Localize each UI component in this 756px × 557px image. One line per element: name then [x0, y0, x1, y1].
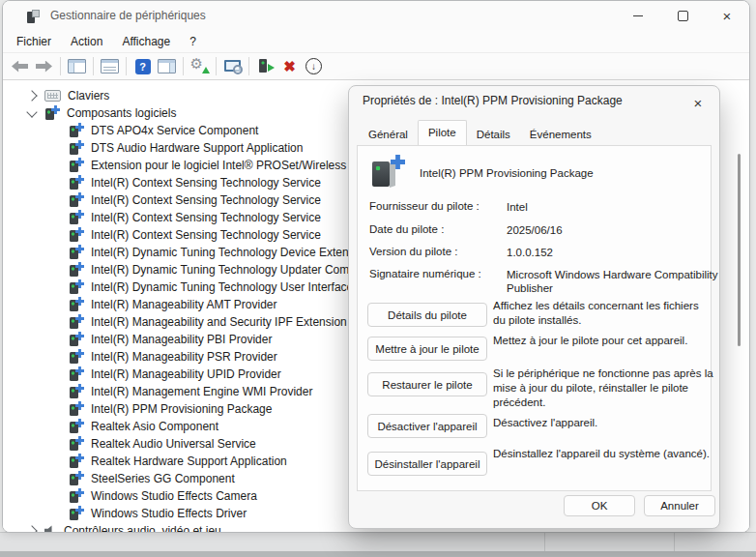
tree-item-label: Intel(R) Manageability UPID Provider	[91, 367, 281, 381]
chevron-down-icon[interactable]	[26, 106, 37, 117]
chevron-right-icon[interactable]	[26, 90, 37, 101]
field-label: Date du pilote :	[369, 223, 493, 235]
component-icon	[69, 227, 84, 243]
tree-item-label: Extension pour le logiciel Intel® PROSet…	[91, 159, 346, 172]
window-maximize-button[interactable]	[660, 1, 705, 30]
component-icon	[69, 454, 84, 469]
device-manager-app-icon	[26, 9, 41, 23]
toolbar-separator	[183, 57, 184, 75]
keyboard-icon	[44, 90, 61, 102]
component-icon	[44, 105, 60, 121]
scan-hardware-changes-icon[interactable]	[220, 55, 245, 78]
component-icon	[69, 332, 84, 347]
component-icon	[69, 366, 84, 382]
show-console-tree-icon[interactable]	[65, 55, 89, 78]
action-description: Désactivez l'appareil.	[493, 416, 713, 430]
restaurer-le-pilote-button[interactable]: Restaurer le pilote	[367, 372, 487, 396]
help-icon[interactable]: ?	[131, 55, 155, 78]
tree-item-label: Intel(R) Manageability PBI Provider	[91, 333, 272, 346]
window-minimize-button[interactable]	[616, 1, 660, 30]
component-icon	[69, 384, 84, 399]
action-description: Désinstallez l'appareil du système (avan…	[493, 447, 713, 461]
strip-divider	[674, 533, 675, 552]
audio-icon	[44, 525, 57, 532]
tree-item-label: Realtek Audio Universal Service	[91, 437, 256, 451]
tree-item-label: SteelSeries GG Component	[91, 472, 235, 485]
uninstall-device-icon[interactable]: ✖	[277, 55, 302, 78]
tree-item-label: Realtek Hardware Support Application	[91, 454, 287, 468]
field-value: Intel	[507, 200, 725, 214]
tab-evenements[interactable]: Événements	[520, 125, 601, 145]
component-icon	[69, 506, 84, 521]
component-icon	[69, 140, 84, 156]
menu-fichier[interactable]: Fichier	[7, 35, 61, 48]
title-bar: Gestionnaire de périphériques ×	[3, 1, 749, 30]
action-description: Si le périphérique ne fonctionne pas apr…	[493, 366, 713, 410]
component-icon	[69, 436, 84, 452]
device-driver-icon[interactable]	[253, 55, 277, 78]
field-value: Microsoft Windows Hardware Compatibility…	[507, 268, 725, 295]
disable-device-icon[interactable]: ↓	[302, 55, 326, 78]
tree-item-label: Intel(R) Dynamic Tuning Technology Devic…	[91, 246, 363, 259]
background-bottom-strip	[0, 551, 756, 557]
update-driver-icon[interactable]	[188, 55, 212, 78]
back-icon[interactable]	[8, 55, 32, 78]
driver-tab-page: Intel(R) PPM Provisioning Package Fourni…	[357, 145, 712, 491]
tree-item-label: Composants logiciels	[67, 106, 176, 120]
tree-item-label: Claviers	[68, 89, 109, 103]
dialog-close-button[interactable]: ×	[683, 91, 712, 114]
desactiver-l-appareil-button[interactable]: Désactiver l'appareil	[367, 414, 487, 438]
toolbar-separator	[93, 57, 94, 75]
tree-item-label: Intel(R) PPM Provisioning Package	[91, 402, 272, 416]
tab-general[interactable]: Général	[359, 125, 418, 145]
properties-dialog: Propriétés de : Intel(R) PPM Provisionin…	[348, 85, 720, 529]
component-icon	[69, 314, 84, 330]
driver-field-row: Signataire numérique :Microsoft Windows …	[369, 268, 703, 279]
window-title: Gestionnaire de périphériques	[50, 9, 206, 22]
tree-item-label: Windows Studio Effects Driver	[91, 507, 247, 520]
tree-item-label: Intel(R) Context Sensing Technology Serv…	[91, 228, 321, 242]
minimize-icon	[633, 15, 643, 16]
details-du-pilote-button[interactable]: Détails du pilote	[367, 303, 487, 327]
tab-pilote[interactable]: Pilote	[418, 120, 467, 145]
window-close-button[interactable]: ×	[705, 1, 749, 30]
forward-icon[interactable]	[32, 55, 56, 78]
action-description: Mettez à jour le pilote pour cet apparei…	[493, 334, 713, 348]
toolbar-separator	[248, 57, 249, 75]
device-name: Intel(R) PPM Provisioning Package	[420, 167, 594, 179]
desinstaller-l-appareil-button[interactable]: Désinstaller l'appareil	[367, 452, 487, 476]
field-label: Version du pilote :	[369, 246, 493, 257]
properties-icon[interactable]	[98, 55, 122, 78]
tree-item-label: Intel(R) Dynamic Tuning Technology Updat…	[91, 263, 363, 277]
component-icon	[69, 175, 84, 191]
tab-details[interactable]: Détails	[467, 125, 520, 145]
close-icon: ×	[723, 9, 732, 23]
field-label: Signataire numérique :	[369, 268, 493, 279]
component-icon	[69, 471, 84, 486]
menu-help[interactable]: ?	[180, 35, 206, 48]
mettre-a-jour-le-pilote-button[interactable]: Mettre à jour le pilote	[367, 337, 487, 361]
toolbar: ?✖↓	[3, 53, 749, 80]
cancel-button[interactable]: Annuler	[644, 495, 715, 516]
component-icon	[69, 279, 84, 295]
driver-field-row: Fournisseur du pilote :Intel	[369, 200, 703, 212]
ok-button[interactable]: OK	[564, 495, 635, 516]
strip-divider	[544, 533, 545, 552]
menu-affichage[interactable]: Affichage	[112, 35, 180, 48]
tree-item-label: Windows Studio Effects Camera	[91, 489, 257, 503]
menu-action[interactable]: Action	[61, 35, 112, 48]
component-icon	[69, 123, 84, 138]
component-icon	[69, 297, 84, 312]
chevron-right-icon[interactable]	[26, 525, 37, 532]
vertical-scrollbar[interactable]	[738, 154, 741, 346]
background-window-strip	[0, 532, 756, 552]
driver-field-row: Version du pilote :1.0.0.152	[369, 246, 703, 257]
driver-field-row: Date du pilote :2025/06/16	[369, 223, 703, 235]
window-controls: ×	[616, 1, 749, 30]
dialog-tabs: GénéralPiloteDétailsÉvénements	[359, 121, 601, 145]
action-pane-icon[interactable]	[155, 55, 179, 78]
toolbar-separator	[126, 57, 127, 75]
maximize-icon	[678, 11, 688, 21]
component-icon	[69, 192, 84, 208]
tree-item-label: DTS APO4x Service Component	[91, 124, 258, 137]
